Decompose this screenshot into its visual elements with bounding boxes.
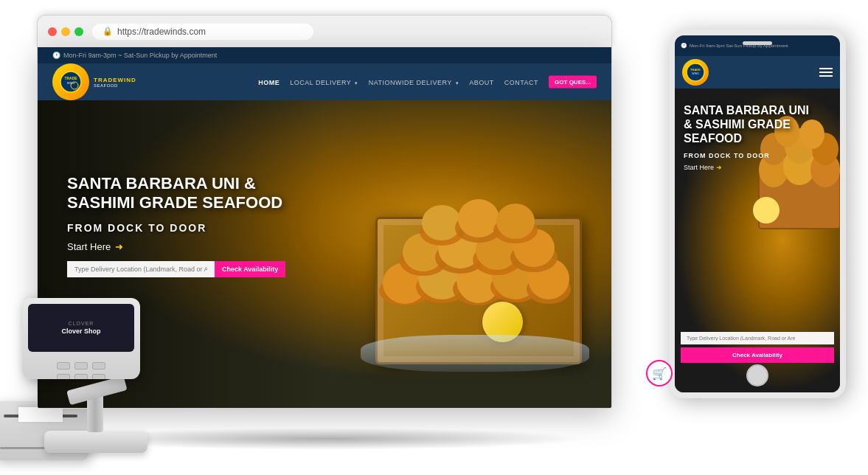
svg-point-25: [458, 199, 499, 238]
pos-key[interactable]: [57, 374, 70, 379]
nav-contact[interactable]: CONTACT: [504, 78, 538, 86]
hero-image-area: [267, 100, 611, 409]
svg-point-27: [496, 204, 535, 239]
tablet-clock-icon: 🕐: [681, 43, 687, 49]
svg-text:TRADE: TRADE: [690, 68, 701, 72]
pos-keypad: [22, 358, 140, 379]
tablet-home-button[interactable]: [746, 364, 768, 386]
hero-text-area: SANTA BARBARA UNI & SASHIMI GRADE SEAFOO…: [67, 174, 318, 277]
pos-key[interactable]: [74, 374, 88, 379]
tablet-hero-subtitle: FROM DOCK TO DOOR: [684, 152, 816, 159]
cart-icon: 🛒: [652, 367, 667, 381]
browser-address-bar[interactable]: 🔒 https://tradewinds.com: [92, 24, 313, 40]
tablet-frame: 🕐 Mon-Fri 9am-3pm Sat-Sun Pickup by Appo…: [669, 30, 846, 398]
scene: 🔒 https://tradewinds.com 🕐 Mon-Fri 9am-3…: [0, 0, 868, 475]
site-logo-circle: TRADE WIND: [52, 63, 89, 100]
pos-key[interactable]: [74, 362, 88, 370]
ham-line-3: [819, 75, 833, 77]
logo-line1: TRADEWIND: [94, 77, 136, 83]
local-delivery-arrow: ▾: [355, 80, 358, 85]
nav-links: HOME LOCAL DELIVERY ▾ NATIONWIDE DELIVER…: [258, 76, 597, 89]
tablet-hero-text: SANTA BARBARA UNI & SASHIMI GRADE SEAFOO…: [684, 103, 816, 171]
lock-icon: 🔒: [103, 27, 113, 36]
ham-line-2: [819, 72, 833, 73]
tablet-topbar: 🕐 Mon-Fri 9am-3pm Sat-Sun Pickup by Appo…: [675, 35, 840, 56]
hero-subtitle: FROM DOCK TO DOOR: [67, 222, 318, 234]
svg-text:WIND: WIND: [692, 72, 699, 75]
close-dot[interactable]: [48, 27, 57, 36]
nav-cta-button[interactable]: GOT QUES...: [549, 76, 597, 89]
pos-key-row-2: [57, 374, 105, 379]
nationwide-delivery-arrow: ▾: [456, 80, 459, 85]
tablet-speaker: [743, 41, 772, 45]
hero-search-area: Check Availability: [67, 261, 318, 277]
tablet-delivery-input[interactable]: [681, 332, 834, 344]
browser-chrome: 🔒 https://tradewinds.com: [37, 15, 612, 47]
site-topbar: 🕐 Mon-Fri 9am-3pm ~ Sat-Sun Pickup by Ap…: [38, 47, 611, 63]
pos-screen: Clover Clover Shop: [28, 304, 134, 352]
tablet-hero: SANTA BARBARA UNI & SASHIMI GRADE SEAFOO…: [675, 89, 840, 392]
tablet-search-area: Check Availability: [681, 330, 834, 363]
uni-pieces: [375, 187, 574, 320]
tablet-mockup: 🕐 Mon-Fri 9am-3pm Sat-Sun Pickup by Appo…: [669, 30, 846, 398]
pos-stand-base: [44, 431, 147, 453]
pos-device: Clover Clover Shop clover: [22, 298, 140, 379]
delivery-location-input[interactable]: [67, 261, 215, 277]
pos-label: Clover: [69, 321, 94, 326]
svg-point-40: [753, 197, 780, 223]
pos-key[interactable]: [57, 362, 70, 370]
maximize-dot[interactable]: [74, 27, 83, 36]
ham-line-1: [819, 68, 833, 69]
tablet-navbar: TRADE WIND: [675, 56, 840, 89]
tablet-cta-text: Start Here ➜: [684, 164, 816, 171]
pos-key[interactable]: [92, 374, 105, 379]
minimize-dot[interactable]: [61, 27, 70, 36]
tablet-logo: TRADE WIND: [682, 59, 709, 86]
site-navbar: TRADE WIND TRADEWIND SEAFOOD HOME LOCAL: [38, 63, 611, 100]
nav-nationwide-delivery[interactable]: NATIONWIDE DELIVERY ▾: [369, 78, 459, 86]
nav-home[interactable]: HOME: [258, 78, 280, 86]
tablet-screen: 🕐 Mon-Fri 9am-3pm Sat-Sun Pickup by Appo…: [675, 35, 840, 392]
logo-line2: SEAFOOD: [94, 83, 136, 88]
tablet-arrow-icon: ➜: [716, 164, 722, 171]
pos-terminal: Clover Clover Shop clover: [22, 305, 170, 453]
pos-key[interactable]: [92, 362, 105, 370]
tablet-topbar-text: Mon-Fri 9am-3pm Sat-Sun Pickup by Appoin…: [690, 44, 788, 48]
browser-dots: [48, 27, 83, 36]
tablet-hero-title: SANTA BARBARA UNI & SASHIMI GRADE SEAFOO…: [684, 103, 816, 146]
arrow-icon: ➜: [115, 241, 123, 252]
tablet-check-availability-button[interactable]: Check Availability: [681, 347, 834, 363]
svg-point-23: [422, 205, 462, 240]
pos-key-row-1: [57, 362, 105, 370]
url-text: https://tradewinds.com: [117, 27, 206, 37]
nav-local-delivery[interactable]: LOCAL DELIVERY ▾: [290, 78, 358, 86]
check-availability-button[interactable]: Check Availability: [215, 261, 285, 277]
cart-icon-badge[interactable]: 🛒: [646, 360, 673, 386]
hamburger-menu-button[interactable]: [819, 68, 833, 77]
nav-about[interactable]: ABOUT: [469, 78, 494, 86]
svg-text:TRADE: TRADE: [64, 76, 77, 80]
pos-brand: Clover Shop: [61, 327, 100, 335]
hero-title: SANTA BARBARA UNI & SASHIMI GRADE SEAFOO…: [67, 174, 318, 213]
clock-icon: 🕐: [52, 52, 60, 59]
ice-bed: [361, 335, 589, 372]
hero-cta-text: Start Here ➜: [67, 241, 318, 252]
topbar-text: Mon-Fri 9am-3pm ~ Sat-Sun Pickup by Appo…: [63, 52, 217, 59]
